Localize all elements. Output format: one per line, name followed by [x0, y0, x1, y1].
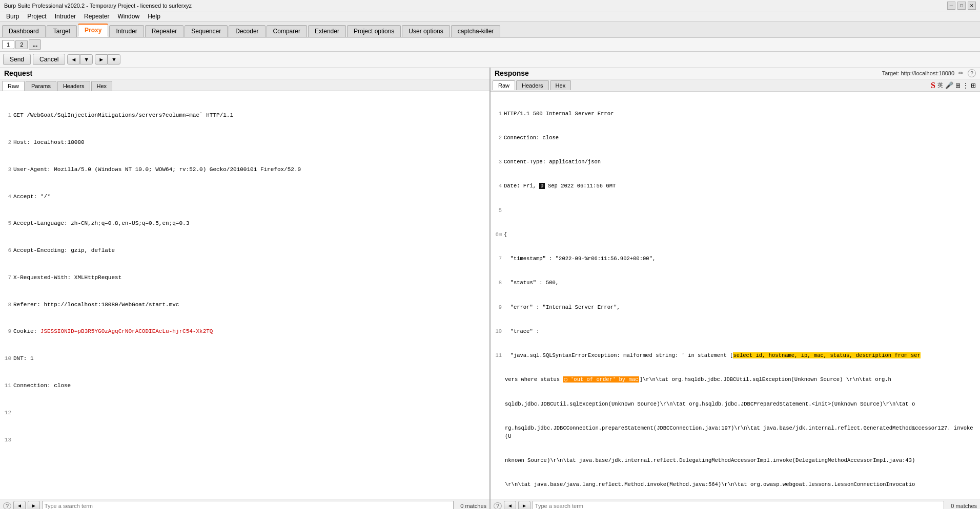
menu-help[interactable]: Help: [144, 12, 165, 21]
tab-project-options[interactable]: Project options: [347, 25, 401, 37]
title-bar: Burp Suite Professional v2020.2 - Tempor…: [0, 0, 980, 11]
request-tab-hex[interactable]: Hex: [91, 81, 113, 91]
title-bar-text: Burp Suite Professional v2020.2 - Tempor…: [4, 3, 192, 9]
request-search-bar: ? ◄ ► 0 matches: [0, 499, 489, 509]
response-search-input[interactable]: [533, 501, 944, 510]
request-search-help[interactable]: ?: [3, 502, 11, 510]
nav-fwd-next[interactable]: ▼: [108, 54, 120, 65]
nav-fwd-prev[interactable]: ►: [95, 54, 108, 65]
help-icon[interactable]: ?: [968, 69, 976, 77]
more-icon[interactable]: ⋮: [963, 82, 969, 89]
tab-sequencer[interactable]: Sequencer: [185, 25, 228, 37]
response-tab-hex[interactable]: Hex: [550, 80, 571, 90]
request-panel: Request Raw Params Headers Hex 1GET /Web…: [0, 68, 491, 509]
menu-burp[interactable]: Burp: [2, 12, 23, 21]
tab-proxy[interactable]: Proxy: [78, 24, 108, 37]
s-logo: S: [931, 81, 935, 90]
request-search-prev[interactable]: ◄: [13, 501, 26, 509]
request-tab-raw[interactable]: Raw: [2, 81, 25, 91]
maximize-btn[interactable]: □: [957, 2, 966, 10]
menu-project[interactable]: Project: [23, 12, 50, 21]
tab-decoder[interactable]: Decoder: [229, 25, 265, 37]
send-button[interactable]: Send: [3, 54, 31, 65]
target-info: Target: http://localhost:18080: [882, 70, 954, 76]
response-tab-headers[interactable]: Headers: [516, 80, 549, 90]
tab-user-options[interactable]: User options: [402, 25, 450, 37]
request-match-count: 0 matches: [456, 503, 486, 509]
request-search-input[interactable]: [42, 501, 454, 510]
response-match-count: 0 matches: [946, 503, 977, 509]
lang-indicator: 英: [937, 81, 943, 89]
nav-fwd-group: ► ▼: [95, 54, 120, 65]
response-tab-raw[interactable]: Raw: [493, 80, 515, 90]
main-tab-bar: Dashboard Target Proxy Intruder Repeater…: [0, 22, 980, 38]
request-tab-params[interactable]: Params: [26, 81, 56, 91]
cancel-button[interactable]: Cancel: [33, 54, 65, 65]
tab-repeater[interactable]: Repeater: [145, 25, 183, 37]
request-tab-headers[interactable]: Headers: [57, 81, 90, 91]
response-title: Response: [495, 69, 529, 77]
response-content: 1HTTP/1.1 500 Internal Server Error 2Con…: [491, 92, 980, 499]
request-search-next[interactable]: ►: [28, 501, 40, 509]
tab-target[interactable]: Target: [47, 25, 77, 37]
copy-icon[interactable]: ⊞: [955, 82, 961, 89]
tab-captcha-killer[interactable]: captcha-killer: [451, 25, 501, 37]
request-tabs: Raw Params Headers Hex: [0, 79, 489, 91]
request-title: Request: [4, 69, 32, 77]
nav-back-group: ◄ ▼: [67, 54, 93, 65]
request-content: 1GET /WebGoat/SqlInjectionMitigations/se…: [0, 91, 489, 499]
nav-back-prev[interactable]: ◄: [67, 54, 80, 65]
response-toolbar-icons: S 英 🎤 ⊞ ⋮ ⊞: [931, 81, 978, 90]
close-btn[interactable]: ✕: [968, 2, 976, 10]
minimize-btn[interactable]: ─: [947, 2, 955, 10]
subtab-1[interactable]: 1: [2, 40, 14, 49]
response-panel: Response Target: http://localhost:18080 …: [491, 68, 980, 509]
response-tabs: Raw Headers Hex: [493, 80, 571, 90]
menu-window[interactable]: Window: [113, 12, 144, 21]
response-search-prev[interactable]: ◄: [504, 501, 516, 509]
panels-container: Request Raw Params Headers Hex 1GET /Web…: [0, 68, 980, 509]
toolbar: Send Cancel ◄ ▼ ► ▼: [0, 52, 980, 68]
tab-comparer[interactable]: Comparer: [267, 25, 307, 37]
subtab-more[interactable]: ...: [29, 39, 41, 50]
nav-back-next[interactable]: ▼: [80, 54, 93, 65]
subtab-2[interactable]: 2: [15, 40, 28, 49]
subtab-bar: 1 2 ...: [0, 38, 980, 52]
menu-bar: Burp Project Intruder Repeater Window He…: [0, 11, 980, 22]
cookie-value: JSESSIONID=pB3R5YGOzAgqCrNOrACODIEAcLu-h…: [40, 328, 213, 334]
edit-icon[interactable]: ✏: [958, 70, 964, 77]
response-search-next[interactable]: ►: [518, 501, 530, 509]
response-search-bar: ? ◄ ► 0 matches: [491, 499, 980, 509]
grid-icon[interactable]: ⊞: [971, 82, 976, 89]
menu-intruder[interactable]: Intruder: [51, 12, 80, 21]
menu-repeater[interactable]: Repeater: [80, 12, 113, 21]
microphone-icon[interactable]: 🎤: [945, 81, 953, 89]
tab-intruder[interactable]: Intruder: [109, 25, 144, 37]
tab-extender[interactable]: Extender: [308, 25, 346, 37]
tab-dashboard[interactable]: Dashboard: [2, 25, 46, 37]
window-controls[interactable]: ─ □ ✕: [947, 2, 976, 10]
response-search-help[interactable]: ?: [494, 502, 502, 510]
